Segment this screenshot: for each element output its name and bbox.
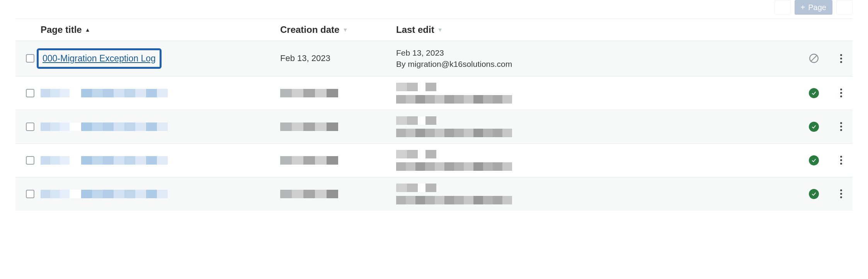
row-checkbox[interactable]	[26, 89, 34, 97]
page-title-link[interactable]: 000-Migration Exception Log	[43, 53, 156, 63]
pages-table: Page title ▲ Creation date ▼ Last edit ▼…	[15, 19, 853, 211]
redacted-title	[41, 190, 280, 198]
redacted-date	[280, 122, 396, 131]
unpublished-icon[interactable]	[809, 53, 819, 63]
toolbar-more-button[interactable]	[836, 0, 853, 15]
column-header-edit[interactable]: Last edit ▼	[396, 24, 798, 35]
row-actions-menu[interactable]	[840, 54, 842, 63]
published-icon[interactable]	[809, 155, 819, 165]
published-icon[interactable]	[809, 122, 819, 132]
redacted-date	[280, 89, 396, 97]
column-header-creation[interactable]: Creation date ▼	[280, 24, 396, 35]
sort-caret-icon: ▼	[437, 27, 443, 33]
published-icon[interactable]	[809, 88, 819, 98]
table-row: 000-Migration Exception Log Feb 13, 2023…	[15, 41, 853, 76]
last-edit-author: By migration@k16solutions.com	[396, 58, 798, 70]
redacted-date	[280, 156, 396, 165]
creation-date: Feb 13, 2023	[280, 53, 330, 63]
highlight-annotation: 000-Migration Exception Log	[37, 48, 162, 69]
plus-icon: +	[801, 3, 805, 12]
row-actions-menu[interactable]	[840, 189, 842, 198]
last-edit-date: Feb 13, 2023	[396, 47, 798, 58]
row-checkbox[interactable]	[26, 156, 34, 165]
redacted-date	[280, 190, 396, 198]
column-header-title[interactable]: Page title ▲	[41, 24, 280, 35]
table-header-row: Page title ▲ Creation date ▼ Last edit ▼	[15, 19, 853, 41]
row-checkbox[interactable]	[26, 190, 34, 198]
published-icon[interactable]	[809, 189, 819, 199]
toolbar: + Page	[15, 0, 853, 19]
svg-line-1	[811, 56, 817, 61]
table-row	[15, 110, 853, 143]
table-row	[15, 76, 853, 110]
table-row	[15, 177, 853, 211]
sort-asc-icon: ▲	[85, 27, 90, 33]
row-actions-menu[interactable]	[840, 88, 842, 97]
redacted-title	[41, 122, 280, 131]
redacted-title	[41, 156, 280, 165]
row-actions-menu[interactable]	[840, 156, 842, 165]
row-actions-menu[interactable]	[840, 122, 842, 131]
redacted-edit	[396, 116, 798, 137]
redacted-edit	[396, 83, 798, 104]
toolbar-icon-button[interactable]	[774, 0, 791, 15]
sort-caret-icon: ▼	[342, 27, 348, 33]
add-page-button[interactable]: + Page	[795, 0, 832, 15]
redacted-title	[41, 89, 280, 97]
table-row	[15, 143, 853, 177]
row-checkbox[interactable]	[26, 122, 34, 131]
redacted-edit	[396, 150, 798, 171]
row-checkbox[interactable]	[26, 54, 34, 63]
redacted-edit	[396, 184, 798, 204]
add-page-label: Page	[808, 3, 826, 12]
